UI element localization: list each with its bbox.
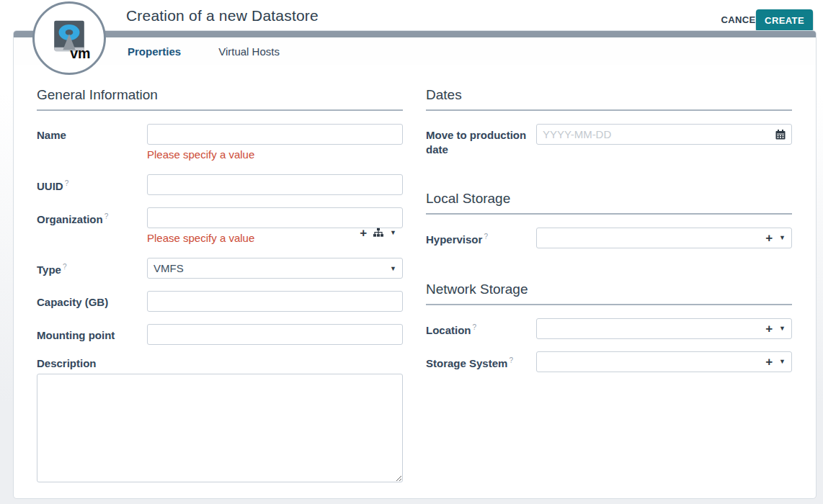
move-to-production-date-row: Move to production date: [426, 124, 792, 158]
tab-properties[interactable]: Properties: [128, 45, 181, 58]
type-row: Type? VMFS ▼: [37, 258, 403, 279]
type-caret-down-icon[interactable]: ▼: [390, 265, 396, 271]
storage-system-row: Storage System? + ▼: [426, 351, 792, 372]
move-to-production-date-input[interactable]: [536, 124, 792, 145]
storage-system-select[interactable]: + ▼: [536, 351, 792, 372]
vmfs-datastore-icon: vm: [43, 12, 96, 65]
hypervisor-select[interactable]: + ▼: [536, 228, 792, 248]
page-header: Creation of a new Datastore CANCEL CREAT…: [0, 0, 823, 30]
name-input[interactable]: [147, 124, 403, 145]
tab-strip: Properties Virtual Hosts: [14, 37, 816, 65]
location-label: Location?: [426, 318, 536, 338]
card-content: General Information Name Please specify …: [14, 65, 816, 87]
organization-help-icon[interactable]: ?: [104, 212, 109, 220]
card-top-bar: [14, 31, 816, 37]
datastore-avatar: vm: [32, 1, 106, 75]
uuid-row: UUID?: [37, 174, 403, 195]
capacity-input[interactable]: [147, 291, 403, 312]
section-title-network-storage: Network Storage: [426, 282, 792, 305]
organization-select[interactable]: + ▼: [147, 207, 403, 228]
form-card: Properties Virtual Hosts General Informa…: [13, 30, 817, 499]
organization-caret-down-icon[interactable]: ▼: [390, 230, 396, 236]
location-select[interactable]: + ▼: [536, 318, 792, 339]
move-to-production-date-label: Move to production date: [426, 124, 536, 158]
uuid-label: UUID?: [37, 174, 147, 194]
tab-virtual-hosts[interactable]: Virtual Hosts: [218, 45, 280, 58]
right-column: Dates Move to production date: [426, 87, 792, 384]
capacity-row: Capacity (GB): [37, 291, 403, 312]
section-title-local-storage: Local Storage: [426, 191, 792, 215]
mounting-point-label: Mounting point: [37, 324, 147, 343]
location-caret-down-icon[interactable]: ▼: [779, 325, 786, 332]
capacity-label: Capacity (GB): [37, 291, 147, 310]
hypervisor-label: Hypervisor?: [426, 228, 536, 247]
storage-system-help-icon[interactable]: ?: [509, 356, 513, 364]
section-title-dates: Dates: [426, 87, 792, 111]
organization-label: Organization?: [37, 207, 147, 227]
general-information-section: General Information Name Please specify …: [37, 87, 403, 485]
type-label: Type?: [37, 258, 147, 277]
name-label: Name: [37, 124, 147, 143]
storage-system-caret-down-icon[interactable]: ▼: [779, 359, 786, 365]
type-help-icon[interactable]: ?: [63, 263, 67, 271]
location-add-icon[interactable]: +: [765, 323, 773, 335]
calendar-icon[interactable]: [775, 130, 786, 140]
hypervisor-row: Hypervisor? + ▼: [426, 228, 792, 248]
type-select[interactable]: VMFS ▼: [147, 258, 403, 279]
page-title: Creation of a new Datastore: [126, 7, 319, 24]
avatar-vm-label: vm: [70, 45, 90, 61]
name-row: Name Please specify a value: [37, 124, 403, 174]
organization-tree-icon[interactable]: [373, 228, 383, 238]
description-label: Description: [37, 357, 403, 369]
uuid-input[interactable]: [147, 174, 403, 195]
hypervisor-add-icon[interactable]: +: [765, 232, 773, 244]
description-textarea[interactable]: [37, 374, 403, 482]
organization-row: Organization? +: [37, 207, 403, 258]
uuid-help-icon[interactable]: ?: [65, 179, 69, 187]
storage-system-label: Storage System?: [426, 351, 536, 371]
mounting-point-row: Mounting point: [37, 324, 403, 345]
section-title-general-information: General Information: [37, 87, 403, 111]
storage-system-add-icon[interactable]: +: [765, 356, 773, 368]
mounting-point-input[interactable]: [147, 324, 403, 345]
hypervisor-caret-down-icon[interactable]: ▼: [779, 235, 786, 241]
organization-add-icon[interactable]: +: [360, 227, 367, 239]
location-help-icon[interactable]: ?: [473, 323, 477, 331]
hypervisor-help-icon[interactable]: ?: [484, 233, 488, 240]
name-error: Please specify a value: [147, 148, 403, 161]
create-button[interactable]: CREATE: [756, 9, 813, 32]
location-row: Location? + ▼: [426, 318, 792, 339]
type-select-value: VMFS: [154, 262, 184, 274]
